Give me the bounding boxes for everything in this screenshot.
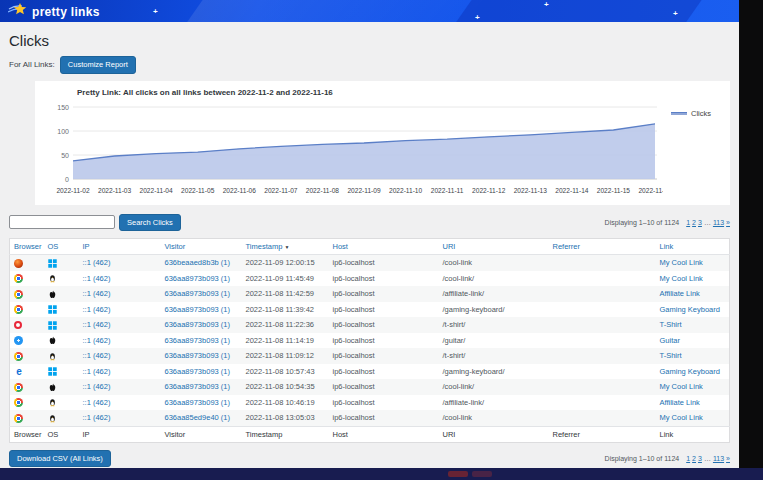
ip-link[interactable]: ::1 (462): [83, 398, 111, 407]
column-header-link[interactable]: Link: [656, 239, 730, 255]
visitor-link[interactable]: 636aa8973b093 (1): [165, 367, 230, 376]
timestamp-cell: 2022-11-08 10:57:43: [242, 364, 329, 380]
svg-text:2022-11-08: 2022-11-08: [306, 187, 340, 194]
referrer-cell: [549, 286, 656, 302]
search-clicks-button[interactable]: Search Clicks: [119, 214, 181, 232]
link-link[interactable]: T-Shirt: [660, 320, 682, 329]
referrer-cell: [549, 317, 656, 333]
referrer-cell: [549, 333, 656, 349]
ip-link[interactable]: ::1 (462): [83, 336, 111, 345]
svg-text:2022-11-07: 2022-11-07: [264, 187, 298, 194]
screen: pretty links + + + + Clicks For All Link…: [0, 0, 763, 480]
column-footer-browser: Browser: [10, 426, 44, 442]
opera-icon: [14, 320, 22, 329]
ip-link[interactable]: ::1 (462): [83, 382, 111, 391]
visitor-link[interactable]: 636aa8973b093 (1): [165, 351, 230, 360]
link-link[interactable]: T-Shirt: [660, 351, 682, 360]
windows-icon: [48, 258, 57, 267]
pagination-link-3[interactable]: 3: [698, 219, 702, 226]
link-link[interactable]: My Cool Link: [660, 382, 703, 391]
download-csv-button[interactable]: Download CSV (All Links): [9, 450, 111, 468]
uri-cell: /t-shirt/: [439, 348, 549, 364]
pagination-link-113[interactable]: 113: [713, 219, 724, 226]
ip-link[interactable]: ::1 (462): [83, 320, 111, 329]
windows-icon: [48, 320, 57, 329]
svg-text:2022-11-10: 2022-11-10: [389, 187, 423, 194]
column-header-uri[interactable]: URI: [439, 239, 549, 255]
screen-right-black-strip: [739, 0, 763, 468]
pagination-link-1[interactable]: 1: [686, 455, 690, 462]
link-link[interactable]: My Cool Link: [660, 413, 703, 422]
timestamp-cell: 2022-11-08 11:42:59: [242, 286, 329, 302]
host-cell: ip6-localhost: [329, 286, 439, 302]
host-cell: ip6-localhost: [329, 364, 439, 380]
pagination-link-113[interactable]: 113: [713, 455, 724, 462]
pagination-link-1[interactable]: 1: [686, 219, 690, 226]
clicks-chart-card: Pretty Link: All clicks on all links bet…: [35, 81, 730, 205]
visitor-link[interactable]: 636aa8973b093 (1): [165, 398, 230, 407]
visitor-link[interactable]: 636aa8973b093 (1): [165, 274, 230, 283]
chrome-icon: [14, 274, 23, 283]
link-link[interactable]: Affiliate Link: [660, 398, 700, 407]
search-input[interactable]: [9, 215, 115, 229]
pretty-links-logo: pretty links: [8, 2, 100, 22]
pagination-link-»[interactable]: »: [726, 219, 730, 226]
sparkle-icon: +: [544, 0, 549, 9]
ip-link[interactable]: ::1 (462): [83, 351, 111, 360]
column-header-visitor[interactable]: Visitor: [161, 239, 242, 255]
column-footer-referrer: Referrer: [549, 426, 656, 442]
pagination-link-2[interactable]: 2: [692, 455, 696, 462]
ip-link[interactable]: ::1 (462): [83, 274, 111, 283]
safari-icon: [14, 336, 23, 345]
ip-link[interactable]: ::1 (462): [83, 367, 111, 376]
link-link[interactable]: Gaming Keyboard: [660, 305, 720, 314]
uri-cell: /gaming-keyboard/: [439, 302, 549, 318]
ip-link[interactable]: ::1 (462): [83, 289, 111, 298]
visitor-link[interactable]: 636aa8973b093 (1): [165, 305, 230, 314]
ip-link[interactable]: ::1 (462): [83, 258, 111, 267]
pagination-top: Displaying 1–10 of 1124123…113»: [605, 219, 730, 226]
timestamp-cell: 2022-11-08 13:05:03: [242, 410, 329, 426]
column-footer-uri: URI: [439, 426, 549, 442]
column-header-browser[interactable]: Browser: [10, 239, 44, 255]
visitor-link[interactable]: 636aa8973b093 (1): [165, 382, 230, 391]
visitor-link[interactable]: 636aa8973b093 (1): [165, 336, 230, 345]
svg-text:2022-11-12: 2022-11-12: [472, 187, 506, 194]
svg-text:2022-11-13: 2022-11-13: [514, 187, 548, 194]
visitor-link[interactable]: 636beaaed8b3b (1): [165, 258, 230, 267]
pretty-links-star-icon: [8, 2, 28, 22]
column-header-timestamp[interactable]: Timestamp ▼: [242, 239, 329, 255]
chart-legend: Clicks: [671, 109, 711, 118]
column-header-referrer[interactable]: Referrer: [549, 239, 656, 255]
referrer-cell: [549, 302, 656, 318]
pagination-link-3[interactable]: 3: [698, 455, 702, 462]
host-cell: ip6-localhost: [329, 317, 439, 333]
link-link[interactable]: My Cool Link: [660, 258, 703, 267]
pagination-link-»[interactable]: »: [726, 455, 730, 462]
chrome-icon: [14, 413, 23, 422]
link-link[interactable]: Affiliate Link: [660, 289, 700, 298]
timestamp-cell: 2022-11-08 10:54:35: [242, 379, 329, 395]
svg-text:2022-11-06: 2022-11-06: [223, 187, 257, 194]
visitor-link[interactable]: 636aa8973b093 (1): [165, 289, 230, 298]
link-link[interactable]: My Cool Link: [660, 274, 703, 283]
customize-report-button[interactable]: Customize Report: [60, 56, 136, 74]
ip-link[interactable]: ::1 (462): [83, 413, 111, 422]
link-link[interactable]: Guitar: [660, 336, 680, 345]
link-link[interactable]: Gaming Keyboard: [660, 367, 720, 376]
apple-icon: [48, 289, 57, 298]
column-header-host[interactable]: Host: [329, 239, 439, 255]
uri-cell: /affiliate-link/: [439, 286, 549, 302]
visitor-link[interactable]: 636aa85ed9e40 (1): [165, 413, 230, 422]
timestamp-cell: 2022-11-09 12:00:15: [242, 255, 329, 271]
ip-link[interactable]: ::1 (462): [83, 305, 111, 314]
timestamp-cell: 2022-11-08 11:09:12: [242, 348, 329, 364]
column-header-os[interactable]: OS: [44, 239, 79, 255]
pagination-link-2[interactable]: 2: [692, 219, 696, 226]
referrer-cell: [549, 410, 656, 426]
svg-text:2022-11-05: 2022-11-05: [181, 187, 215, 194]
pagination-ellipsis: …: [704, 455, 711, 462]
column-footer-os: OS: [44, 426, 79, 442]
column-header-ip[interactable]: IP: [79, 239, 161, 255]
visitor-link[interactable]: 636aa8973b093 (1): [165, 320, 230, 329]
